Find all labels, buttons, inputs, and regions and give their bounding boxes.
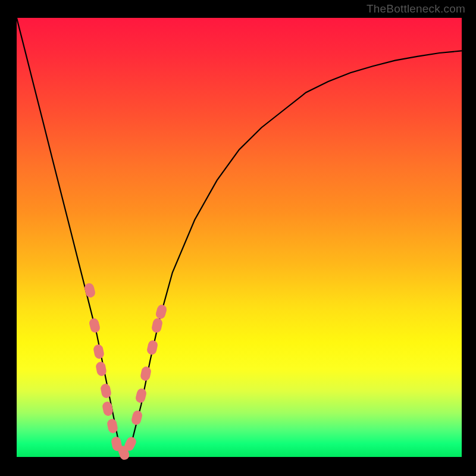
- chart-container: TheBottleneck.com: [0, 0, 476, 476]
- plot-area: [17, 18, 462, 457]
- curve-svg: [17, 18, 462, 457]
- watermark-text: TheBottleneck.com: [367, 2, 465, 15]
- bottleneck-curve: [17, 18, 462, 457]
